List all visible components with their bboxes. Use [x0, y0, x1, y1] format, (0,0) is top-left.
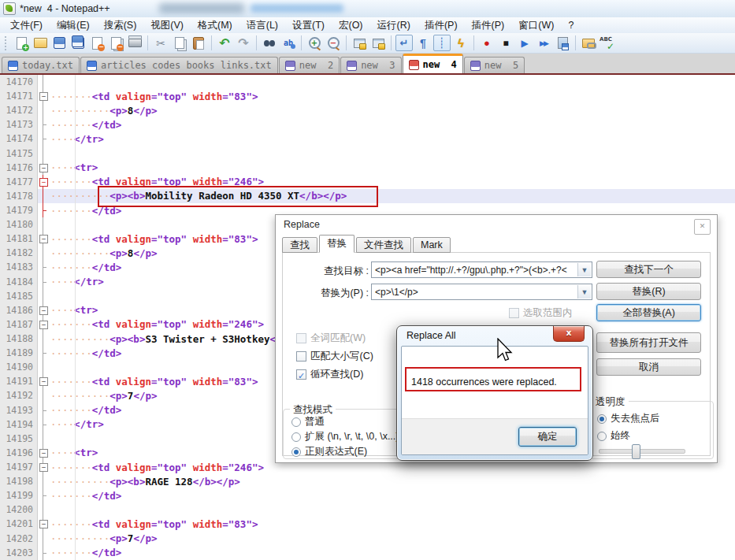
match-case-checkbox[interactable]: 匹配大小写(C) — [296, 350, 373, 363]
wrap-around-checkbox[interactable]: 循环查找(D) — [296, 368, 363, 381]
checkbox-icon[interactable] — [296, 333, 306, 343]
menu-item-8[interactable]: 宏(O) — [332, 17, 370, 34]
tab-new-2[interactable]: new 2 — [279, 57, 340, 73]
menu-item-9[interactable]: 运行(R) — [370, 17, 418, 34]
code-line-14199[interactable]: 14199·······</td> — [0, 488, 735, 503]
code-line-14198[interactable]: 14198··········<p><b>RAGE 128</b></p> — [0, 474, 735, 488]
fold-marker-icon[interactable]: − — [38, 303, 49, 317]
radio-selected-icon[interactable] — [291, 447, 301, 457]
radio-selected-icon[interactable] — [597, 414, 607, 424]
transparency-on-lose-focus-radio[interactable]: 失去焦点后 — [597, 412, 660, 425]
macro-run-multiple-icon[interactable] — [535, 35, 552, 51]
menu-item-2[interactable]: 编辑(E) — [50, 17, 97, 34]
mode-extended-radio[interactable]: 扩展 (\n, \r, \t, \0, \x...) — [291, 430, 399, 443]
menu-item-10[interactable]: 插件(P) — [418, 17, 465, 34]
fold-marker-icon[interactable]: − — [38, 161, 49, 175]
replace-tab-4[interactable]: Mark — [413, 237, 451, 253]
word-wrap-icon[interactable] — [395, 35, 413, 51]
close-icon[interactable]: x — [553, 326, 585, 342]
find-next-button[interactable]: 查找下一个 — [596, 261, 701, 278]
radio-icon[interactable] — [291, 432, 301, 442]
macro-stop-icon[interactable] — [497, 35, 514, 51]
menu-item-13[interactable]: ? — [561, 18, 581, 32]
code-line-14170[interactable]: 14170 — [0, 75, 735, 89]
code-line-14172[interactable]: 14172··········<p>8</p> — [0, 103, 735, 117]
fold-marker-icon[interactable]: − — [38, 175, 49, 189]
in-selection-checkbox[interactable]: 选取范围内 — [509, 306, 573, 320]
code-line-14203[interactable]: 14203·······</td> — [0, 546, 735, 560]
save-all-icon[interactable] — [69, 35, 87, 51]
transparency-always-radio[interactable]: 始终 — [597, 429, 630, 443]
code-line-14200[interactable]: 14200 — [0, 503, 735, 517]
fold-marker-icon[interactable]: − — [38, 460, 49, 474]
replace-all-button[interactable]: 全部替换(A) — [596, 304, 701, 321]
menu-item-12[interactable]: 窗口(W) — [511, 17, 561, 34]
save-icon[interactable] — [50, 35, 68, 51]
checkbox-checked-icon[interactable] — [296, 369, 306, 380]
menu-item-1[interactable]: 文件(F) — [3, 17, 50, 34]
menu-item-3[interactable]: 搜索(S) — [97, 17, 144, 34]
cut-icon[interactable] — [152, 35, 169, 51]
mode-normal-radio[interactable]: 普通 — [291, 415, 325, 428]
open-containing-folder-icon[interactable] — [580, 35, 597, 51]
menu-item-11[interactable]: 插件(P) — [465, 17, 512, 34]
replace-icon[interactable] — [280, 35, 297, 51]
macro-record-icon[interactable] — [478, 35, 496, 51]
code-line-14202[interactable]: 14202··········<p>7</p> — [0, 532, 735, 546]
code-line-14171[interactable]: 14171−·······<td valign="top" width="83"… — [0, 89, 735, 103]
whole-word-checkbox[interactable]: 全词匹配(W) — [296, 332, 366, 345]
open-folder-icon[interactable] — [32, 35, 49, 51]
close-file-icon[interactable] — [88, 35, 106, 51]
fold-marker-icon[interactable]: − — [38, 517, 49, 531]
fold-marker-icon[interactable]: − — [38, 232, 49, 246]
macro-save-icon[interactable] — [554, 35, 571, 51]
tab-new-4[interactable]: new 4 — [403, 54, 463, 73]
redo-icon[interactable] — [235, 35, 252, 51]
fold-marker-icon[interactable]: − — [38, 89, 49, 103]
show-all-chars-icon[interactable] — [414, 35, 432, 51]
spell-check-icon[interactable] — [599, 35, 616, 51]
sync-scroll-h-icon[interactable] — [369, 35, 387, 51]
indent-guide-icon[interactable] — [433, 35, 451, 51]
replace-button[interactable]: 替换(R) — [596, 283, 701, 300]
ok-button[interactable]: 确定 — [518, 427, 577, 447]
checkbox-icon[interactable] — [509, 308, 519, 318]
menu-item-4[interactable]: 视图(V) — [143, 17, 191, 34]
menu-item-7[interactable]: 设置(T) — [285, 17, 332, 34]
tab-today.txt[interactable]: today.txt — [2, 57, 80, 73]
replace-tab-1[interactable]: 查找 — [282, 237, 317, 253]
replace-tab-3[interactable]: 文件查找 — [356, 237, 411, 253]
fold-marker-icon[interactable]: − — [38, 446, 49, 460]
title-bar[interactable]: *new 4 - Notepad++ — [0, 0, 735, 18]
menu-item-6[interactable]: 语言(L) — [239, 17, 285, 34]
macro-play-icon[interactable] — [516, 35, 533, 51]
radio-icon[interactable] — [597, 432, 607, 441]
transparency-slider[interactable] — [599, 449, 685, 454]
checkbox-icon[interactable] — [296, 351, 306, 362]
zoom-in-icon[interactable] — [306, 35, 323, 51]
chevron-down-icon[interactable]: ▼ — [577, 263, 591, 276]
cancel-button[interactable]: 取消 — [596, 358, 701, 376]
function-hint-icon[interactable] — [452, 35, 470, 51]
code-line-14176[interactable]: 14176−····<tr> — [0, 161, 735, 175]
radio-icon[interactable] — [291, 417, 301, 427]
undo-icon[interactable] — [216, 35, 233, 51]
fold-marker-icon[interactable]: − — [38, 317, 49, 332]
tab-new-5[interactable]: new 5 — [464, 57, 525, 73]
replace-with-input[interactable]: <p>\1</p> ▼ — [371, 284, 592, 300]
fold-marker-icon[interactable]: − — [38, 374, 49, 388]
replace-all-open-files-button[interactable]: 替换所有打开文件 — [596, 332, 701, 353]
close-icon[interactable]: ✕ — [694, 219, 711, 235]
replace-tab-2[interactable]: 替换 — [319, 235, 355, 253]
new-file-icon[interactable] — [13, 35, 30, 51]
mode-regex-radio[interactable]: 正则表达式(E) — [291, 445, 367, 458]
sync-scroll-v-icon[interactable] — [351, 35, 368, 51]
tab-articles-codes-books-links.txt[interactable]: articles codes books links.txt — [80, 57, 278, 73]
code-line-14174[interactable]: 14174····</tr> — [0, 132, 735, 146]
code-line-14173[interactable]: 14173·······</td> — [0, 117, 735, 132]
menu-item-5[interactable]: 格式(M) — [191, 17, 239, 34]
find-icon[interactable] — [261, 35, 278, 51]
tab-new-3[interactable]: new 3 — [340, 57, 401, 73]
code-line-14201[interactable]: 14201−·······<td valign="top" width="83"… — [0, 517, 735, 531]
close-all-icon[interactable] — [107, 35, 124, 51]
